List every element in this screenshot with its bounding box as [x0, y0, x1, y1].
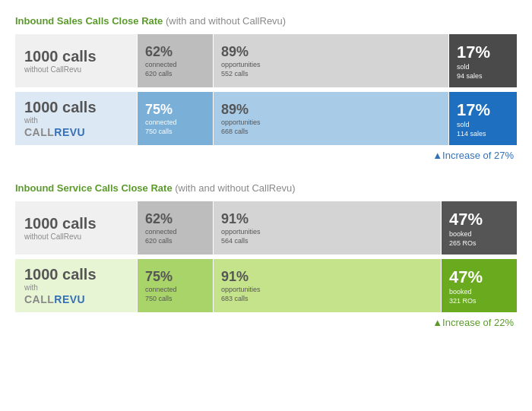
sales-with-row: 1000 calls with CALLREVU 75% connected 7… [15, 92, 517, 145]
service-with-booked: 47% booked 321 ROs [441, 259, 517, 312]
service-with-opps: 91% opportunities 683 calls [213, 259, 441, 312]
sales-with-opps: 89% opportunities 668 calls [213, 92, 448, 145]
service-with-row: 1000 calls with CALLREVU 75% connected 7… [15, 259, 517, 312]
callrevu-logo-sales: CALLREVU [24, 126, 128, 138]
sales-with-number: 1000 calls [24, 99, 128, 116]
service-with-sub: with [24, 283, 128, 292]
sales-increase: ▲ Increase of 27% [15, 150, 517, 161]
sales-without-sold: 17% sold 94 sales [448, 34, 517, 87]
service-without-label: 1000 calls without CallRevu [15, 201, 137, 255]
sales-title: Inbound Sales Calls Close Rate (with and… [15, 14, 517, 27]
service-without-booked: 47% booked 265 ROs [441, 201, 517, 255]
service-without-connected: 62% connected 620 calls [137, 201, 213, 255]
sales-with-label: 1000 calls with CALLREVU [15, 92, 137, 145]
sales-section: Inbound Sales Calls Close Rate (with and… [15, 14, 517, 161]
service-increase: ▲ Increase of 22% [15, 317, 517, 328]
service-with-number: 1000 calls [24, 266, 128, 283]
callrevu-logo-service: CALLREVU [24, 293, 128, 305]
service-without-opps: 91% opportunities 564 calls [213, 201, 441, 255]
sales-without-row: 1000 calls without CallRevu 62% connecte… [15, 34, 517, 87]
sales-without-number: 1000 calls [24, 48, 128, 65]
sales-without-sub: without CallRevu [24, 65, 128, 74]
service-section: Inbound Service Calls Close Rate (with a… [15, 181, 517, 328]
sales-with-connected: 75% connected 750 calls [137, 92, 213, 145]
sales-with-sub: with [24, 116, 128, 125]
service-title: Inbound Service Calls Close Rate (with a… [15, 181, 517, 194]
sales-without-connected: 62% connected 620 calls [137, 34, 213, 87]
service-without-row: 1000 calls without CallRevu 62% connecte… [15, 201, 517, 255]
sales-with-sold: 17% sold 114 sales [448, 92, 517, 145]
service-with-label: 1000 calls with CALLREVU [15, 259, 137, 312]
service-increase-arrow: ▲ [432, 317, 442, 328]
service-with-connected: 75% connected 750 calls [137, 259, 213, 312]
sales-without-label: 1000 calls without CallRevu [15, 34, 137, 87]
service-without-number: 1000 calls [24, 215, 128, 232]
service-without-sub: without CallRevu [24, 232, 128, 241]
sales-without-opps: 89% opportunities 552 calls [213, 34, 448, 87]
sales-increase-arrow: ▲ [432, 150, 442, 161]
